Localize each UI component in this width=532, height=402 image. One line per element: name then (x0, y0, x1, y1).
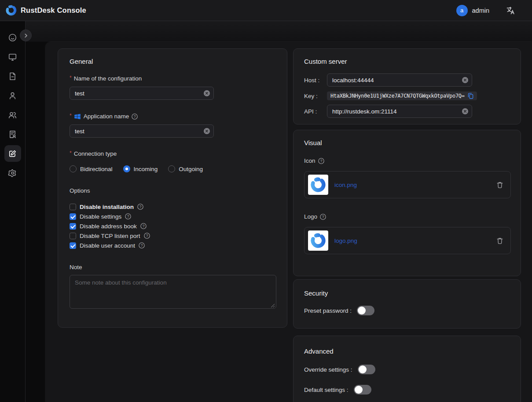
checkbox-checked[interactable] (70, 223, 76, 230)
security-card: Security Preset password : (293, 279, 521, 329)
trash-icon (496, 237, 503, 245)
custom-server-title: Custom server (304, 57, 510, 66)
delete-logo-button[interactable] (496, 237, 503, 245)
copy-icon[interactable] (468, 93, 473, 99)
api-label: API : (304, 108, 327, 115)
svg-text:?: ? (320, 159, 322, 163)
chevron-right-icon (23, 33, 29, 38)
api-input[interactable] (327, 105, 472, 118)
svg-text:?: ? (139, 205, 142, 209)
sidebar (0, 21, 26, 402)
preset-password-row: Preset password : (304, 306, 510, 315)
override-settings-toggle[interactable] (358, 365, 375, 374)
help-icon[interactable]: ? (137, 204, 143, 210)
name-field-label: * Name of the configuration (70, 75, 275, 83)
visual-card: Visual Icon ? icon.png (293, 130, 521, 276)
server-key-value: HtaXBkJNHyn0e1U1jWXze7A7CN7QTGWqxkOtpaVp… (330, 93, 465, 99)
clear-input-icon[interactable] (204, 128, 210, 134)
help-icon[interactable]: ? (139, 242, 145, 249)
option-disable-address-book[interactable]: Disable address book ? (70, 221, 275, 231)
svg-text:?: ? (146, 234, 148, 238)
option-disable-user-account[interactable]: Disable user account ? (70, 241, 275, 250)
key-label: Key : (304, 93, 327, 99)
help-icon[interactable]: ? (320, 214, 326, 220)
clear-input-icon[interactable] (204, 90, 210, 96)
document-icon (8, 72, 17, 81)
language-button[interactable] (506, 6, 515, 15)
clear-input-icon[interactable] (462, 108, 468, 114)
radio-bidirectional[interactable]: Bidirectional (70, 165, 113, 172)
brand: RustDesk Console (5, 4, 86, 16)
avatar[interactable]: a (456, 5, 468, 16)
sidebar-item-devices[interactable] (4, 48, 21, 65)
advanced-card: Advanced Override settings : Default set… (293, 336, 521, 402)
general-card: General * Name of the configuration * (58, 48, 287, 328)
help-icon[interactable]: ? (140, 223, 147, 229)
checkbox-checked[interactable] (70, 213, 76, 220)
rustdesk-logo-icon (310, 176, 327, 193)
default-settings-toggle[interactable] (354, 385, 371, 395)
server-key-box: HtaXBkJNHyn0e1U1jWXze7A7CN7QTGWqxkOtpaVp… (327, 91, 477, 100)
logo-thumbnail (308, 230, 328, 251)
user-menu[interactable]: a admin (456, 5, 490, 16)
clear-input-icon[interactable] (462, 77, 468, 83)
general-title: General (70, 57, 275, 66)
advanced-title: Advanced (304, 347, 510, 356)
preset-password-label: Preset password : (304, 307, 352, 314)
default-settings-label: Default settings : (304, 387, 349, 393)
preset-password-toggle[interactable] (357, 306, 374, 315)
delete-icon-button[interactable] (496, 181, 503, 189)
sidebar-item-settings[interactable] (4, 164, 21, 181)
sidebar-item-audit[interactable] (4, 126, 21, 143)
edit-square-icon (8, 149, 17, 158)
required-mark: * (70, 112, 72, 120)
custom-server-card: Custom server Host : Key : HtaXBkJNHyn0e… (293, 48, 521, 124)
logo-file-link[interactable]: logo.png (334, 238, 357, 244)
top-band (26, 21, 532, 42)
note-textarea[interactable] (70, 275, 276, 309)
svg-text:?: ? (127, 214, 129, 219)
gear-icon (8, 168, 17, 178)
connection-type-radios: Bidirectional Incoming Outgoing (70, 165, 275, 172)
svg-text:?: ? (142, 224, 144, 228)
sidebar-item-status[interactable] (4, 29, 21, 46)
security-title: Security (304, 289, 510, 298)
option-disable-installation[interactable]: Disable installation ? (70, 202, 275, 212)
sidebar-expand-button[interactable] (20, 29, 32, 41)
monitor-icon (8, 52, 17, 62)
radio-incoming[interactable]: Incoming (123, 165, 158, 172)
help-icon[interactable]: ? (132, 113, 138, 120)
host-input[interactable] (327, 73, 472, 87)
radio-circle[interactable] (70, 165, 77, 172)
config-name-input[interactable] (70, 87, 214, 100)
checkbox-checked[interactable] (70, 242, 76, 249)
main-panel: General * Name of the configuration * (45, 42, 532, 402)
required-mark: * (70, 149, 72, 157)
icon-file-link[interactable]: icon.png (334, 182, 357, 188)
option-disable-tcp-listen-port[interactable]: Disable TCP listen port ? (70, 231, 275, 241)
radio-circle[interactable] (168, 165, 175, 172)
option-disable-settings[interactable]: Disable settings ? (70, 212, 275, 221)
default-settings-row: Default settings : (304, 385, 510, 395)
rustdesk-logo-icon (5, 4, 17, 16)
svg-text:?: ? (141, 243, 143, 248)
app-header: RustDesk Console a admin (0, 0, 532, 21)
checkbox-unchecked[interactable] (70, 204, 76, 210)
sidebar-item-documents[interactable] (4, 68, 21, 84)
help-icon[interactable]: ? (318, 158, 324, 164)
smiley-icon (8, 33, 17, 42)
application-name-input[interactable] (70, 124, 214, 138)
svg-text:?: ? (322, 215, 324, 219)
host-label: Host : (304, 77, 327, 84)
sidebar-item-groups[interactable] (4, 106, 21, 123)
sidebar-item-users[interactable] (4, 87, 21, 104)
radio-circle-checked[interactable] (123, 165, 130, 172)
help-icon[interactable]: ? (125, 213, 131, 219)
note-label: Note (70, 263, 275, 271)
users-group-icon (8, 110, 17, 120)
sidebar-item-console-editor[interactable] (4, 145, 21, 162)
svg-text:?: ? (134, 114, 136, 119)
help-icon[interactable]: ? (144, 233, 150, 239)
radio-outgoing[interactable]: Outgoing (168, 165, 203, 172)
checkbox-unchecked[interactable] (70, 233, 76, 239)
